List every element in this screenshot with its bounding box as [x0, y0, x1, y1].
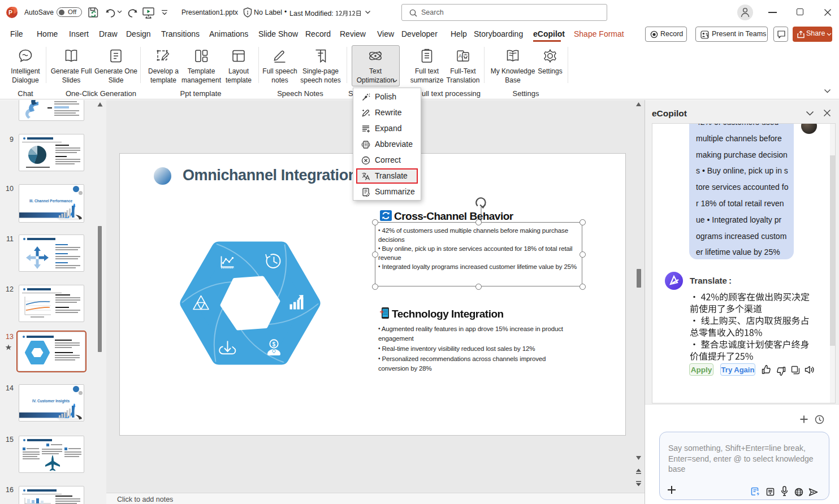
svg-text:$: $ — [273, 341, 276, 347]
svg-text:P: P — [8, 9, 12, 16]
svg-text:A: A — [459, 53, 462, 59]
